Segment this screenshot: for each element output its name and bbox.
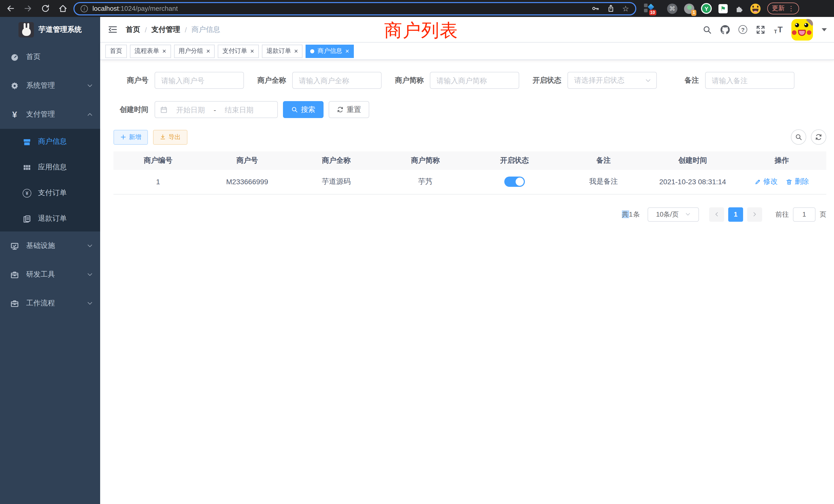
short-name-input[interactable] <box>430 72 519 89</box>
browser-reload-icon[interactable] <box>41 4 50 13</box>
sidebar-item-payment[interactable]: ¥ 支付管理 <box>0 100 100 129</box>
extensions-puzzle-icon[interactable] <box>734 4 744 13</box>
close-icon[interactable]: × <box>162 48 166 54</box>
help-icon[interactable]: ? <box>739 25 747 34</box>
merchant-no-input[interactable] <box>155 72 244 89</box>
tab-user-group[interactable]: 用户分组× <box>174 44 215 58</box>
y-extension-icon[interactable]: Y <box>701 3 712 14</box>
sidebar-item-app-info[interactable]: 应用信息 <box>0 155 100 180</box>
user-menu-caret-icon[interactable] <box>822 28 827 31</box>
col-status: 开启状态 <box>470 152 559 170</box>
browser-back-icon[interactable] <box>6 4 15 13</box>
download-icon <box>160 134 166 140</box>
search-icon[interactable] <box>703 25 712 34</box>
status-toggle[interactable] <box>504 177 525 187</box>
breadcrumb-payment[interactable]: 支付管理 <box>152 25 180 34</box>
col-short-name: 商户简称 <box>381 152 470 170</box>
sidebar-item-infrastructure[interactable]: 基础设施 <box>0 231 100 260</box>
status-select[interactable]: 请选择开启状态 <box>568 72 657 89</box>
cell-remark: 我是备注 <box>559 170 648 194</box>
sidebar: 芋道管理系统 首页 系统管理 ¥ 支付管理 商户信息 <box>0 17 100 504</box>
share-icon[interactable] <box>607 5 614 12</box>
full-name-input[interactable] <box>292 72 381 89</box>
goto-page-input[interactable] <box>793 207 815 222</box>
browser-menu-icon[interactable]: ⋮ <box>788 5 794 12</box>
screen: i localhost:1024/pay/merchant ☆ 10 ⌘ 1 Y <box>0 0 834 504</box>
sidebar-item-home[interactable]: 首页 <box>0 43 100 71</box>
delete-link[interactable]: 删除 <box>786 177 809 186</box>
app-logo[interactable]: 芋道管理系统 <box>0 17 100 43</box>
refresh-icon <box>337 106 344 113</box>
close-icon[interactable]: × <box>206 48 210 54</box>
url-text[interactable]: localhost:1024/pay/merchant <box>92 5 178 12</box>
app-title: 芋道管理系统 <box>39 25 82 35</box>
sidebar-item-workflow[interactable]: 工作流程 <box>0 289 100 318</box>
chrome-update-button[interactable]: 更新 ⋮ <box>767 3 799 14</box>
tab-merchant-info[interactable]: 商户信息× <box>306 44 354 58</box>
browser-home-icon[interactable] <box>59 4 67 13</box>
show-search-button[interactable] <box>791 129 806 145</box>
col-create-time: 创建时间 <box>648 152 737 170</box>
add-button[interactable]: 新增 <box>113 130 148 144</box>
tile-square-top <box>644 4 648 7</box>
sidebar-item-dev-tools[interactable]: 研发工具 <box>0 260 100 289</box>
grid-icon <box>23 163 31 172</box>
sidebar-item-label: 研发工具 <box>26 270 55 279</box>
next-page-button[interactable] <box>747 207 762 222</box>
sidebar-item-refund-order[interactable]: 退款订单 <box>0 206 100 231</box>
recorder-extension-icon[interactable]: 1 <box>684 3 694 14</box>
close-icon[interactable]: × <box>294 48 298 54</box>
fullscreen-icon[interactable] <box>756 25 765 34</box>
breadcrumb-current: 商户信息 <box>192 25 220 34</box>
url-path: :1024/pay/merchant <box>119 5 178 12</box>
table-row: 1 M233666999 芋道源码 芋艿 我是备注 2021-10-23 08:… <box>113 170 826 194</box>
full-name-label: 商户全称 <box>251 76 292 85</box>
end-date-input[interactable] <box>220 106 259 114</box>
reset-button[interactable]: 重置 <box>329 101 369 118</box>
store-icon <box>23 137 31 146</box>
toolbox-icon <box>10 270 19 279</box>
refresh-table-button[interactable] <box>811 129 826 145</box>
green-dot <box>687 5 692 10</box>
sidebar-item-pay-order[interactable]: ¥ 支付订单 <box>0 180 100 206</box>
site-info-icon[interactable]: i <box>81 5 88 12</box>
top-navbar: 首页 / 支付管理 / 商户信息 ? TT <box>100 17 834 43</box>
close-icon[interactable]: × <box>345 48 349 54</box>
password-key-icon[interactable] <box>591 5 599 12</box>
tab-refund-order[interactable]: 退款订单× <box>262 44 303 58</box>
edit-link[interactable]: 修改 <box>755 177 778 186</box>
sidebar-item-system[interactable]: 系统管理 <box>0 71 100 100</box>
address-bar[interactable]: i localhost:1024/pay/merchant ☆ <box>73 2 636 15</box>
command-extension-icon[interactable]: ⌘ <box>667 3 677 14</box>
tab-process-form[interactable]: 流程表单× <box>130 44 171 58</box>
user-avatar[interactable] <box>791 19 813 40</box>
tab-pay-order[interactable]: 支付订单× <box>218 44 259 58</box>
github-icon[interactable] <box>721 25 730 34</box>
close-icon[interactable]: × <box>250 48 254 54</box>
remark-input[interactable] <box>705 72 794 89</box>
flag-extension-icon[interactable]: ⚑ <box>719 4 728 13</box>
tab-home[interactable]: 首页 <box>105 44 127 58</box>
search-button[interactable]: 搜索 <box>283 101 324 118</box>
profile-emoji-icon[interactable] <box>750 3 761 14</box>
page-1-button[interactable]: 1 <box>728 207 743 222</box>
collapse-sidebar-icon[interactable] <box>108 25 117 35</box>
bookmark-star-icon[interactable]: ☆ <box>622 5 629 12</box>
tiles-extension-icon[interactable]: 10 <box>644 4 654 13</box>
breadcrumb-home[interactable]: 首页 <box>126 25 140 34</box>
gear-icon <box>10 81 19 90</box>
font-size-icon[interactable]: TT <box>774 25 783 34</box>
update-label: 更新 <box>772 4 785 13</box>
sidebar-item-merchant-info[interactable]: 商户信息 <box>0 129 100 155</box>
start-date-input[interactable] <box>171 106 210 114</box>
chevron-down-icon <box>87 83 93 89</box>
sidebar-item-label: 基础设施 <box>26 241 55 250</box>
create-time-range-picker[interactable]: - <box>155 101 278 118</box>
prev-page-button[interactable] <box>709 207 724 222</box>
payment-submenu: 商户信息 应用信息 ¥ 支付订单 退款订单 <box>0 129 100 231</box>
sidebar-item-label: 支付管理 <box>26 110 55 119</box>
browser-forward-icon[interactable] <box>24 4 32 13</box>
export-button[interactable]: 导出 <box>153 130 188 144</box>
trash-icon <box>786 178 793 185</box>
page-size-select[interactable]: 10条/页 <box>648 207 699 222</box>
